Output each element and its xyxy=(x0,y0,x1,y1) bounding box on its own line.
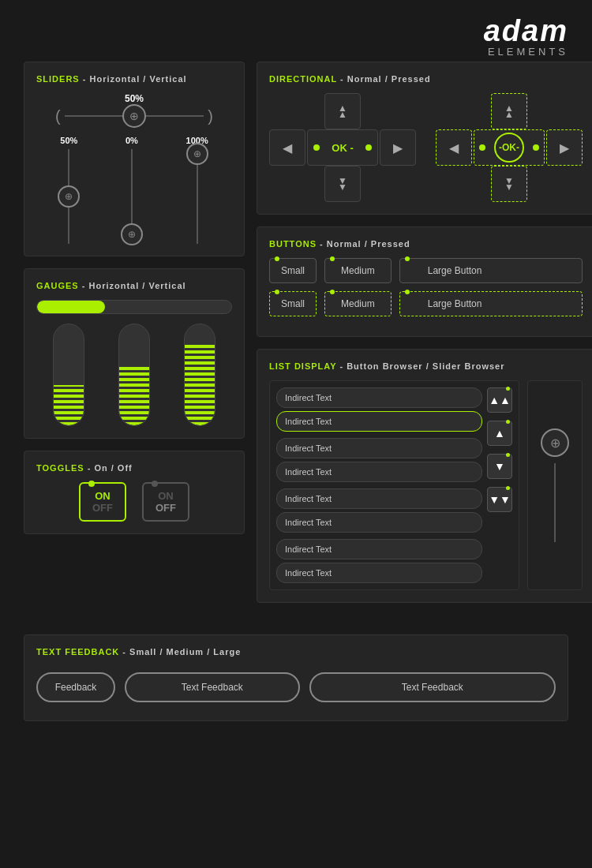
list-item-8[interactable]: Indirect Text xyxy=(276,563,482,583)
vertical-sliders: 50% 0% 100% xyxy=(36,136,232,244)
dpad-pressed[interactable]: ▲▲ ◀ -OK- ▶ ▼▼ xyxy=(436,93,583,202)
vert-slider-1[interactable]: 50% xyxy=(60,136,77,244)
list-item-4[interactable]: Indirect Text xyxy=(276,462,482,482)
dpad-middle: ◀ OK - ▶ xyxy=(269,129,416,166)
down-arrows-pressed: ▼▼ xyxy=(504,178,514,191)
bracket-left: ( xyxy=(55,108,61,124)
vert-slider-2[interactable]: 0% xyxy=(126,136,138,244)
vert-label-2: 0% xyxy=(126,136,138,145)
toggles-panel: TOGGLES - On / Off ON OFF ON OFF xyxy=(24,451,245,534)
vert-label-1: 50% xyxy=(60,136,77,145)
logo-name: adam xyxy=(484,16,568,46)
toggles-row: ON OFF ON OFF xyxy=(36,482,232,522)
dpad-center[interactable]: OK - xyxy=(307,129,378,166)
toggle-off-button[interactable]: ON OFF xyxy=(142,482,189,522)
dpad-right-pressed[interactable]: ▶ xyxy=(546,129,583,166)
slider-value-label: 50% xyxy=(125,93,144,104)
btn-medium-normal[interactable]: Medium xyxy=(324,258,392,283)
list-ctrl-double-up[interactable]: ▲▲ xyxy=(487,387,512,413)
dpad-up[interactable]: ▲▲ xyxy=(324,93,361,129)
btn-dot-4 xyxy=(275,290,279,294)
center-dot-left xyxy=(313,144,320,151)
vert-track-2[interactable] xyxy=(131,149,133,244)
logo-sub: ELEMENTS xyxy=(484,46,568,58)
ok-circle-pressed[interactable]: -OK- xyxy=(494,133,524,163)
vert-gauge-2 xyxy=(118,324,150,426)
dpad-middle-pressed: ◀ -OK- ▶ xyxy=(436,129,583,166)
btn-dot-5 xyxy=(330,290,335,294)
toggle-on-label: ON xyxy=(90,490,115,502)
ctrl-group-3: ▼ xyxy=(487,454,512,479)
bracket-right: ) xyxy=(208,108,213,124)
toggle-dot xyxy=(88,481,95,487)
ctrl-group-4: ▼▼ xyxy=(487,487,512,512)
btn-large-pressed[interactable]: Large Button xyxy=(399,291,583,316)
up-arrows-pressed: ▲▲ xyxy=(504,105,514,118)
gauge-horiz-bar xyxy=(36,300,232,314)
vert-gauge-3 xyxy=(184,324,215,426)
toggles-title: TOGGLES - On / Off xyxy=(36,463,232,473)
buttons-normal-row: Small Medium Large Button xyxy=(269,258,583,283)
btn-dot-3 xyxy=(405,256,410,261)
text-feedback-panel: TEXT FEEDBACK - Small / Medium / Large F… xyxy=(24,634,568,721)
sb-knob[interactable]: ⊕ xyxy=(541,428,569,457)
logo: adam ELEMENTS xyxy=(484,16,568,58)
list-ctrl-down[interactable]: ▼ xyxy=(487,454,512,479)
sliders-panel: SLIDERS - Horizontal / Vertical 50% ( ) … xyxy=(24,62,245,256)
list-display-area: Indirect Text Indirect Text Indirect Tex… xyxy=(269,380,583,590)
slider-track[interactable] xyxy=(65,115,204,117)
dpad-left[interactable]: ◀ xyxy=(269,129,305,166)
gauge-horiz-fill xyxy=(37,301,105,313)
list-display-title: LIST DISPLAY - Button Browser / Slider B… xyxy=(269,361,583,371)
ctrl-group-2: ▲ xyxy=(487,421,512,446)
dpad-down[interactable]: ▼▼ xyxy=(324,166,361,202)
list-item-2[interactable]: Indirect Text xyxy=(276,411,482,432)
vert-knob-1[interactable] xyxy=(58,185,80,208)
btn-large-normal[interactable]: Large Button xyxy=(399,258,583,283)
center-dot-right-p xyxy=(533,144,539,151)
toggle-on-button[interactable]: ON OFF xyxy=(79,482,126,522)
list-item-7[interactable]: Indirect Text xyxy=(276,539,482,559)
list-display-panel: LIST DISPLAY - Button Browser / Slider B… xyxy=(257,349,592,603)
list-ctrl-up[interactable]: ▲ xyxy=(487,421,512,446)
list-item-1[interactable]: Indirect Text xyxy=(276,387,482,408)
slider-knob[interactable] xyxy=(122,104,146,128)
feedback-row: Feedback Text Feedback Text Feedback xyxy=(36,666,556,709)
list-item-6[interactable]: Indirect Text xyxy=(276,512,482,533)
list-ctrl-double-down[interactable]: ▼▼ xyxy=(487,487,512,512)
dpad-up-pressed[interactable]: ▲▲ xyxy=(491,93,527,129)
sliders-title: SLIDERS - Horizontal / Vertical xyxy=(36,74,232,84)
dpad-left-pressed[interactable]: ◀ xyxy=(436,129,472,166)
list-item-5[interactable]: Indirect Text xyxy=(276,488,482,509)
up-arrows: ▲▲ xyxy=(338,105,347,118)
feedback-small-btn[interactable]: Feedback xyxy=(36,672,115,702)
dpad-center-pressed[interactable]: -OK- xyxy=(474,129,545,166)
btn-medium-pressed[interactable]: Medium xyxy=(324,291,392,316)
buttons-pressed-row: Small Medium Large Button xyxy=(269,291,583,316)
button-browser: Indirect Text Indirect Text Indirect Tex… xyxy=(269,380,519,590)
vert-slider-3[interactable]: 100% xyxy=(186,136,208,244)
vertical-gauges xyxy=(36,324,232,426)
list-item-3[interactable]: Indirect Text xyxy=(276,438,482,458)
dpad-down-pressed[interactable]: ▼▼ xyxy=(491,166,527,202)
down-arrows: ▼▼ xyxy=(338,178,347,191)
list-controls: ▲▲ ▲ xyxy=(487,387,512,583)
ctrl-dot-3 xyxy=(506,453,510,457)
vert-knob-2[interactable] xyxy=(121,223,143,245)
btn-small-normal[interactable]: Small xyxy=(269,258,317,283)
btn-small-pressed[interactable]: Small xyxy=(269,291,317,316)
right-column: DIRECTIONAL - Normal / Pressed ▲▲ ◀ OK - xyxy=(257,62,592,615)
vert-gauge-1 xyxy=(53,324,84,426)
sb-track[interactable] xyxy=(554,463,556,542)
dpad-normal[interactable]: ▲▲ ◀ OK - ▶ ▼▼ xyxy=(269,93,416,202)
vert-knob-3[interactable] xyxy=(186,143,208,165)
feedback-large-btn[interactable]: Text Feedback xyxy=(309,672,556,702)
vert-track-1[interactable] xyxy=(68,149,69,244)
vert-track-3[interactable] xyxy=(197,149,198,244)
horizontal-slider[interactable]: 50% ( ) xyxy=(36,93,232,124)
btn-dot-1 xyxy=(275,256,279,261)
toggle-off-label: OFF xyxy=(90,502,115,514)
dpad-right[interactable]: ▶ xyxy=(380,129,416,166)
feedback-medium-btn[interactable]: Text Feedback xyxy=(125,672,300,702)
slider-browser[interactable]: ⊕ xyxy=(527,380,583,590)
